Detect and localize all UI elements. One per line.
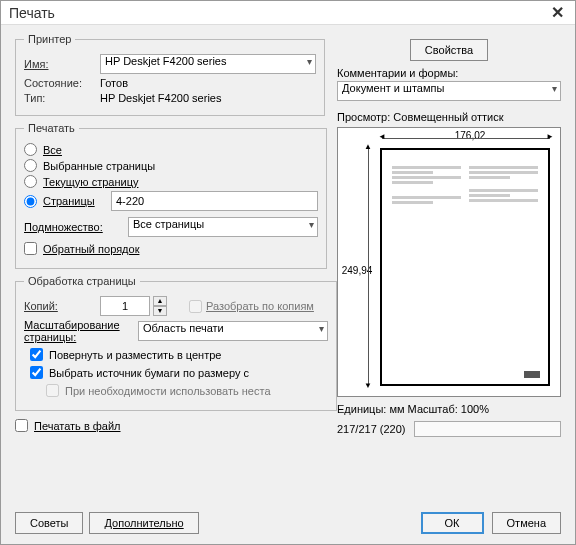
page-preview [380, 148, 550, 386]
radio-pages[interactable] [24, 195, 37, 208]
ok-button[interactable]: ОК [421, 512, 484, 534]
page-number-mark [524, 371, 540, 378]
print-dialog: Печать ✕ Принтер Имя: HP Deskjet F4200 s… [0, 0, 576, 545]
spin-up-icon[interactable]: ▲ [153, 296, 167, 306]
width-arrow-icon [382, 138, 550, 139]
source-checkbox[interactable] [30, 366, 43, 379]
radio-all-label: Все [43, 144, 62, 156]
printer-legend: Принтер [24, 33, 75, 45]
radio-selected[interactable] [24, 159, 37, 172]
spin-down-icon[interactable]: ▼ [153, 306, 167, 316]
reverse-label: Обратный порядок [43, 243, 139, 255]
cancel-button[interactable]: Отмена [492, 512, 561, 534]
copies-label: Копий: [24, 300, 96, 312]
type-label: Тип: [24, 92, 96, 104]
radio-selected-label: Выбранные страницы [43, 160, 155, 172]
progress-bar [414, 421, 562, 437]
radio-current[interactable] [24, 175, 37, 188]
scaling-label: Масштабирование страницы: [24, 319, 134, 343]
rotate-checkbox[interactable] [30, 348, 43, 361]
forms-label: Комментарии и формы: [337, 67, 561, 79]
height-arrow-icon [368, 146, 369, 386]
status-value: Готов [100, 77, 128, 89]
type-value: HP Deskjet F4200 series [100, 92, 221, 104]
pages-field[interactable] [111, 191, 318, 211]
page-handling-group: Обработка страницы Копий: ▲ ▼ Разобрать … [15, 275, 337, 411]
page-status: 217/217 (220) [337, 423, 406, 435]
subset-label: Подмножество: [24, 221, 124, 233]
advanced-button[interactable]: Дополнительно [89, 512, 198, 534]
name-label: Имя: [24, 58, 96, 70]
width-dimension: 176,02 [390, 130, 550, 141]
radio-current-label: Текущую страницу [43, 176, 138, 188]
subset-combo[interactable]: Все страницы [128, 217, 318, 237]
units-label: Единицы: мм Масштаб: 100% [337, 403, 561, 415]
source-label: Выбрать источник бумаги по размеру с [49, 367, 249, 379]
print-to-file-checkbox[interactable] [15, 419, 28, 432]
collate-label: Разобрать по копиям [206, 300, 314, 312]
handling-legend: Обработка страницы [24, 275, 140, 287]
printer-group: Принтер Имя: HP Deskjet F4200 series Сос… [15, 33, 325, 116]
nonstd-checkbox [46, 384, 59, 397]
radio-pages-label: Страницы [43, 195, 105, 207]
print-range-group: Печатать Все Выбранные страницы Текущую … [15, 122, 327, 269]
printer-name-combo[interactable]: HP Deskjet F4200 series [100, 54, 316, 74]
properties-button[interactable]: Свойства [410, 39, 488, 61]
rotate-label: Повернуть и разместить в центре [49, 349, 221, 361]
print-to-file-label: Печатать в файл [34, 420, 121, 432]
copies-spinner[interactable] [100, 296, 150, 316]
scaling-combo[interactable]: Область печати [138, 321, 328, 341]
tips-button[interactable]: Советы [15, 512, 83, 534]
dialog-title: Печать [9, 5, 547, 21]
range-legend: Печатать [24, 122, 79, 134]
titlebar: Печать ✕ [1, 1, 575, 25]
preview-area: 176,02 249,94 [337, 127, 561, 397]
close-icon[interactable]: ✕ [547, 3, 567, 22]
forms-combo[interactable]: Документ и штампы [337, 81, 561, 101]
nonstd-label: При необходимости использовать неста [65, 385, 271, 397]
status-label: Состояние: [24, 77, 96, 89]
reverse-checkbox[interactable] [24, 242, 37, 255]
preview-title: Просмотр: Совмещенный оттиск [337, 111, 561, 123]
radio-all[interactable] [24, 143, 37, 156]
collate-checkbox [189, 300, 202, 313]
